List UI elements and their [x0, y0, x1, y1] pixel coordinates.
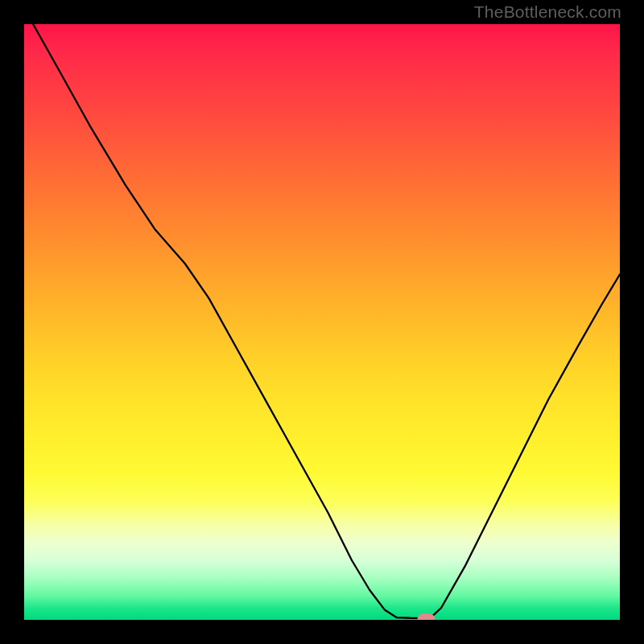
plot-area	[24, 24, 620, 620]
watermark-text: TheBottleneck.com	[474, 2, 621, 22]
optimal-point-marker	[24, 24, 620, 620]
chart-frame: TheBottleneck.com	[0, 0, 644, 644]
svg-point-0	[418, 613, 436, 620]
